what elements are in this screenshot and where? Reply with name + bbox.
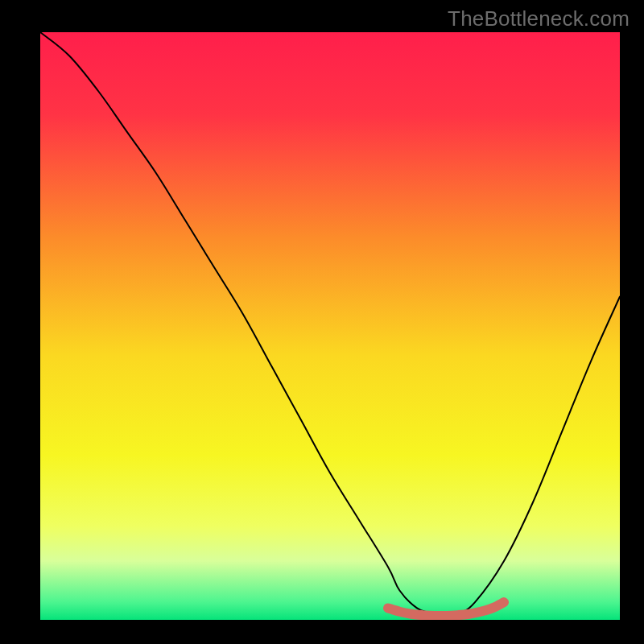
watermark-text: TheBottleneck.com [448,6,630,31]
plot-svg [40,32,620,620]
plot-area [40,32,620,620]
chart-container: TheBottleneck.com [0,0,644,644]
heat-background [40,32,620,620]
